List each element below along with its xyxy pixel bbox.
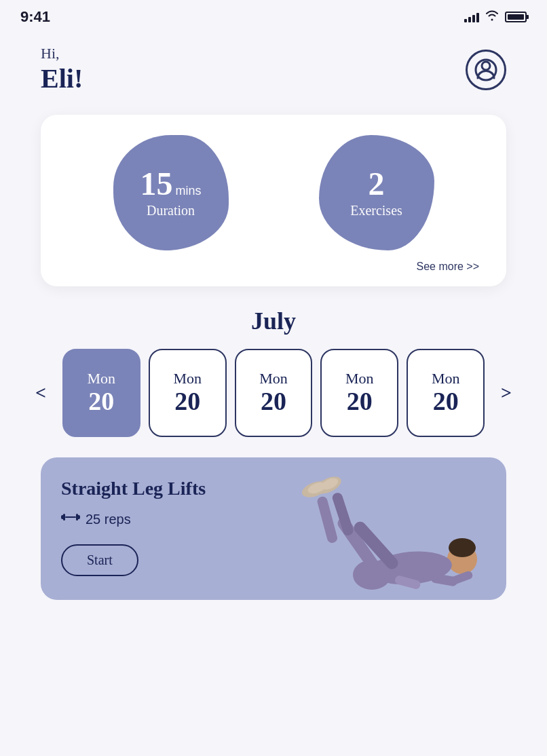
start-button[interactable]: Start: [61, 544, 138, 576]
day-name-1: Mon: [173, 370, 202, 388]
dumbbell-icon: [61, 510, 80, 528]
exercise-card: Straight Leg Lifts 25 reps Start: [41, 457, 506, 600]
day-number-4: 20: [433, 388, 459, 416]
profile-avatar[interactable]: [466, 50, 506, 90]
status-bar: 9:41: [0, 0, 547, 31]
duration-blob: 15 mins Duration: [113, 135, 229, 250]
day-name-3: Mon: [345, 370, 374, 388]
day-number-1: 20: [174, 388, 200, 416]
stats-card: 15 mins Duration 2 Exercises See more >>: [41, 115, 506, 286]
duration-blob-shape: 15 mins Duration: [113, 135, 229, 250]
greeting-section: Hi, Eli!: [41, 45, 83, 94]
exercise-info: Straight Leg Lifts 25 reps Start: [61, 478, 486, 576]
day-number-2: 20: [261, 388, 286, 416]
next-arrow[interactable]: >: [493, 379, 520, 407]
wifi-icon: [485, 10, 499, 24]
exercise-reps-row: 25 reps: [61, 510, 486, 528]
battery-icon: [505, 12, 527, 22]
day-name-4: Mon: [432, 370, 460, 388]
svg-point-0: [482, 62, 490, 70]
day-card-4[interactable]: Mon 20: [407, 349, 485, 437]
prev-arrow[interactable]: <: [27, 379, 54, 407]
status-icons: [464, 10, 527, 24]
duration-label: Duration: [147, 203, 195, 219]
month-label: July: [0, 307, 547, 335]
duration-value: 15: [140, 168, 172, 200]
signal-icon: [464, 12, 479, 22]
see-more-link[interactable]: See more >>: [417, 261, 480, 272]
day-number-3: 20: [347, 388, 373, 416]
day-card-1[interactable]: Mon 20: [149, 349, 227, 437]
svg-rect-5: [76, 514, 78, 521]
exercise-title: Straight Leg Lifts: [61, 478, 238, 499]
calendar-row: < Mon 20 Mon 20 Mon 20 Mon 20 Mon 20 >: [0, 349, 547, 437]
stats-row: 15 mins Duration 2 Exercises: [68, 135, 479, 250]
day-number-0: 20: [88, 388, 114, 416]
day-name-2: Mon: [259, 370, 288, 388]
duration-unit: mins: [175, 184, 201, 198]
status-time: 9:41: [20, 8, 50, 26]
greeting-hi: Hi,: [41, 45, 83, 62]
exercises-value: 2: [369, 168, 385, 200]
exercises-blob: 2 Exercises: [319, 135, 434, 250]
day-name-0: Mon: [88, 370, 116, 388]
exercises-blob-shape: 2 Exercises: [319, 135, 434, 250]
day-card-3[interactable]: Mon 20: [320, 349, 398, 437]
svg-rect-4: [63, 514, 65, 521]
day-card-2[interactable]: Mon 20: [235, 349, 313, 437]
greeting-name: Eli!: [41, 62, 83, 94]
exercises-label: Exercises: [350, 203, 402, 219]
svg-rect-6: [65, 516, 76, 518]
reps-text: 25 reps: [86, 512, 131, 527]
header: Hi, Eli!: [0, 31, 547, 108]
day-card-0[interactable]: Mon 20: [62, 349, 140, 437]
